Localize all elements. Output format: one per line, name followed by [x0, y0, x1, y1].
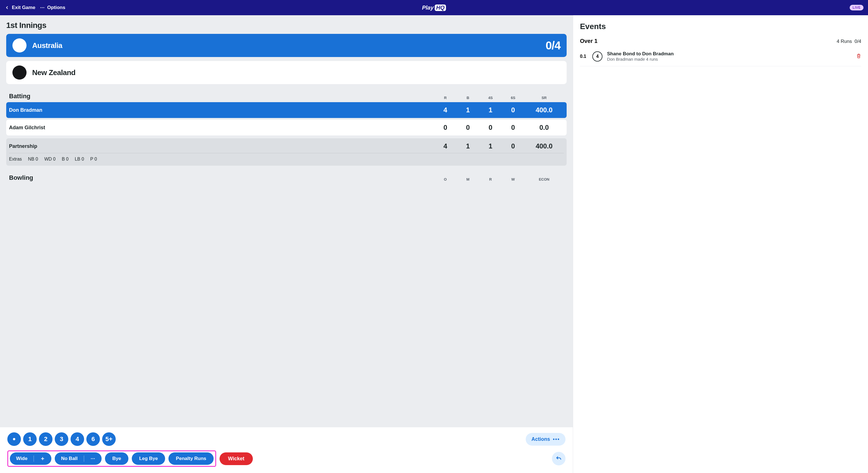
undo-icon	[556, 455, 562, 462]
batter-name: Adam Gilchrist	[9, 125, 434, 131]
batter-r: 0	[434, 124, 457, 131]
batter-4s: 0	[479, 124, 502, 131]
event-line1: Shane Bond to Don Bradman	[607, 51, 851, 57]
col-4s: 4S	[479, 96, 502, 100]
p-4s: 1	[479, 142, 502, 150]
extras-p: P 0	[90, 157, 97, 162]
event-row: 0.1 4 Shane Bond to Don Bradman Don Brad…	[580, 48, 861, 66]
over-runs: 4 Runs	[837, 39, 852, 44]
svg-point-3	[91, 458, 92, 459]
batter-b: 0	[457, 124, 479, 131]
extras-nb: NB 0	[28, 157, 38, 162]
extras-label: Extras	[9, 157, 22, 162]
col-br: R	[479, 177, 502, 182]
run-dot-button[interactable]	[7, 432, 21, 446]
actions-menu-button[interactable]: Actions •••	[526, 433, 565, 446]
over-label: Over 1	[580, 38, 597, 44]
team-circle-icon	[12, 65, 27, 80]
exit-game-link[interactable]: Exit Game	[4, 5, 35, 10]
col-w: W	[502, 177, 524, 182]
extras-b: B 0	[62, 157, 69, 162]
options-label: Options	[47, 5, 65, 10]
event-ball-number: 0.1	[580, 54, 588, 59]
run-2-button[interactable]: 2	[39, 432, 53, 446]
live-badge: LIVE	[850, 5, 864, 10]
dots-icon: •••	[553, 436, 560, 442]
batter-4s: 1	[479, 106, 502, 114]
wide-button[interactable]: Wide	[10, 452, 34, 465]
event-line2: Don Bradman made 4 runs	[607, 57, 851, 62]
col-6s: 6S	[502, 96, 524, 100]
batting-header: Batting R B 4S 6S SR	[6, 93, 567, 102]
batting-team-card[interactable]: Australia 0/4	[6, 34, 567, 57]
batter-row[interactable]: Don Bradman 4 1 1 0 400.0	[6, 102, 567, 118]
dots-icon	[90, 456, 95, 461]
over-header: Over 1 4 Runs 0/4	[580, 38, 861, 44]
delete-event-button[interactable]	[856, 53, 861, 60]
bowling-header: Bowling O M R W ECON	[6, 174, 567, 184]
wide-plus-button[interactable]	[34, 453, 51, 465]
undo-button[interactable]	[552, 452, 565, 465]
batter-6s: 0	[502, 106, 524, 114]
team-circle-icon	[12, 38, 27, 53]
events-panel: Events Over 1 4 Runs 0/4 0.1 4 Shane Bon…	[573, 15, 868, 473]
col-r: R	[434, 96, 457, 100]
run-6-button[interactable]: 6	[86, 432, 100, 446]
col-m: M	[457, 177, 479, 182]
batter-r: 4	[434, 106, 457, 114]
svg-point-2	[43, 7, 44, 8]
partnership-label: Partnership	[9, 144, 434, 149]
bowling-team-name: New Zealand	[32, 68, 75, 77]
bowling-title: Bowling	[9, 174, 434, 182]
legbye-button[interactable]: Leg Bye	[132, 452, 165, 465]
dots-icon	[40, 5, 45, 10]
svg-point-0	[40, 7, 41, 8]
col-b: B	[457, 96, 479, 100]
extras-wd: WD 0	[44, 157, 56, 162]
scoring-panel: 1st Innings Australia 0/4 New Zealand Ba…	[0, 15, 573, 473]
batting-team-name: Australia	[32, 41, 62, 50]
brand-logo: PlayHQ	[422, 4, 446, 11]
batter-6s: 0	[502, 124, 524, 131]
batter-row[interactable]: Adam Gilchrist 0 0 0 0 0.0	[6, 120, 567, 135]
batter-sr: 0.0	[524, 124, 564, 131]
actions-label: Actions	[531, 436, 550, 442]
noball-button-group: No Ball	[55, 452, 101, 465]
exit-game-label: Exit Game	[12, 5, 35, 10]
wicket-button[interactable]: Wicket	[220, 452, 253, 465]
extras-lb: LB 0	[75, 157, 84, 162]
col-sr: SR	[524, 96, 564, 100]
brand-hq: HQ	[435, 4, 446, 11]
bowling-team-card[interactable]: New Zealand	[6, 61, 567, 84]
partnership-block: Partnership 4 1 1 0 400.0 Extras NB 0 WD…	[6, 138, 567, 166]
wide-button-group: Wide	[10, 452, 51, 465]
options-link[interactable]: Options	[40, 5, 65, 10]
action-bar: 1 2 3 4 6 5+ Actions ••• Wide	[0, 427, 573, 473]
noball-button[interactable]: No Ball	[55, 452, 84, 465]
batter-b: 1	[457, 106, 479, 114]
run-3-button[interactable]: 3	[55, 432, 68, 446]
batting-title: Batting	[9, 93, 434, 100]
penalty-button[interactable]: Penalty Runs	[168, 452, 214, 465]
p-r: 4	[434, 142, 457, 150]
svg-point-5	[94, 458, 95, 459]
topbar: Exit Game Options PlayHQ LIVE	[0, 0, 868, 15]
innings-title: 1st Innings	[6, 21, 567, 30]
over-score: 0/4	[855, 39, 861, 44]
plus-icon	[40, 456, 45, 461]
noball-more-button[interactable]	[84, 453, 101, 465]
run-4-button[interactable]: 4	[70, 432, 84, 446]
bye-button[interactable]: Bye	[105, 452, 128, 465]
run-5plus-button[interactable]: 5+	[102, 432, 116, 446]
col-econ: ECON	[524, 177, 564, 182]
batting-team-score: 0/4	[546, 39, 561, 52]
run-1-button[interactable]: 1	[23, 432, 37, 446]
events-title: Events	[580, 22, 861, 31]
arrow-left-icon	[4, 5, 9, 10]
extras-line: Extras NB 0 WD 0 B 0 LB 0 P 0	[9, 153, 564, 162]
p-6s: 0	[502, 142, 524, 150]
svg-point-1	[42, 7, 43, 8]
p-sr: 400.0	[524, 142, 564, 150]
svg-point-4	[93, 458, 93, 459]
brand-play: Play	[422, 4, 433, 11]
